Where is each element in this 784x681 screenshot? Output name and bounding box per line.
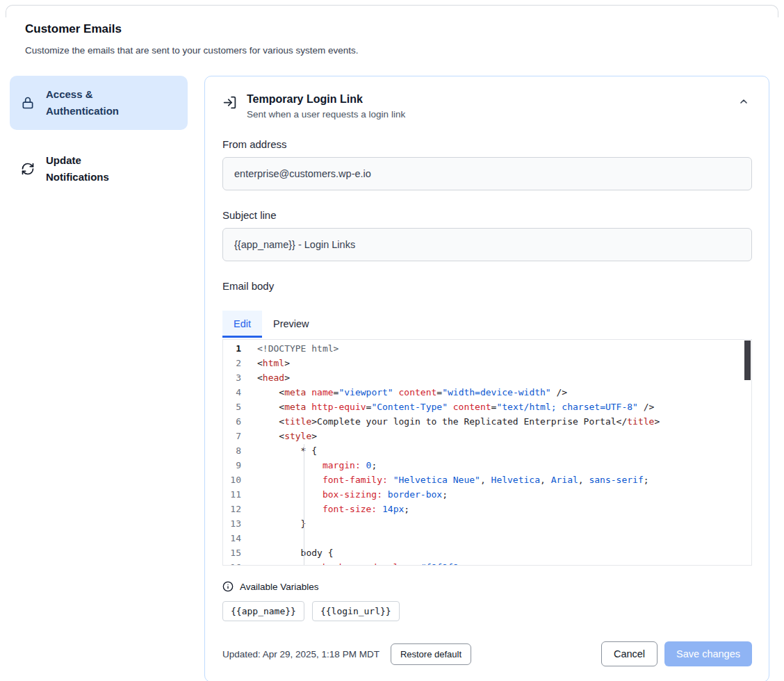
collapse-button[interactable]	[735, 93, 752, 112]
info-icon	[222, 581, 234, 592]
subject-line-input[interactable]	[222, 228, 752, 261]
editor-scrollbar[interactable]	[744, 340, 751, 380]
card-footer: Updated: Apr 29, 2025, 1:18 PM MDT Resto…	[222, 641, 752, 666]
editor-code[interactable]: <!DOCTYPE html><html><head> <meta name="…	[241, 340, 751, 565]
subject-line-label: Subject line	[222, 209, 752, 221]
page-title: Customer Emails	[25, 22, 759, 36]
save-changes-button[interactable]: Save changes	[664, 641, 752, 666]
editor-gutter: 12345678910111213141516	[223, 340, 241, 565]
from-address-label: From address	[222, 138, 752, 150]
sidebar-item-update-notifications[interactable]: Update Notifications	[10, 144, 188, 194]
card-subtitle: Sent when a user requests a login link	[247, 109, 405, 120]
sidebar-item-access-authentication[interactable]: Access & Authentication	[10, 76, 188, 130]
from-address-input[interactable]	[222, 157, 752, 190]
available-variables-label: Available Variables	[240, 582, 319, 592]
email-body-label: Email body	[222, 280, 752, 292]
chevron-up-icon	[738, 96, 749, 107]
restore-default-button[interactable]: Restore default	[391, 643, 471, 665]
indent-guide	[304, 444, 304, 565]
variable-chip-app-name[interactable]: {{app_name}}	[222, 601, 304, 621]
cancel-button[interactable]: Cancel	[601, 641, 658, 666]
available-variables-row: Available Variables	[222, 581, 752, 592]
temporary-login-link-card: Temporary Login Link Sent when a user re…	[204, 76, 769, 681]
variable-chips: {{app_name}} {{login_url}}	[222, 601, 752, 621]
editor-tabs: Edit Preview	[222, 311, 752, 338]
card-header: Temporary Login Link Sent when a user re…	[222, 93, 752, 120]
sidebar: Access & Authentication Update Notificat…	[10, 76, 188, 194]
sidebar-item-label: Update Notifications	[46, 152, 138, 186]
lock-icon	[21, 96, 35, 110]
tab-edit[interactable]: Edit	[222, 311, 262, 338]
variable-chip-login-url[interactable]: {{login_url}}	[312, 601, 400, 621]
sidebar-item-label: Access & Authentication	[46, 86, 138, 120]
code-editor[interactable]: 12345678910111213141516 <!DOCTYPE html><…	[222, 339, 752, 566]
page-subtitle: Customize the emails that are sent to yo…	[25, 45, 759, 56]
refresh-icon	[21, 162, 35, 176]
updated-timestamp: Updated: Apr 29, 2025, 1:18 PM MDT	[222, 649, 379, 659]
tab-preview[interactable]: Preview	[262, 311, 320, 338]
top-card-edge	[6, 5, 778, 17]
login-icon	[222, 95, 237, 110]
card-title: Temporary Login Link	[247, 93, 405, 106]
